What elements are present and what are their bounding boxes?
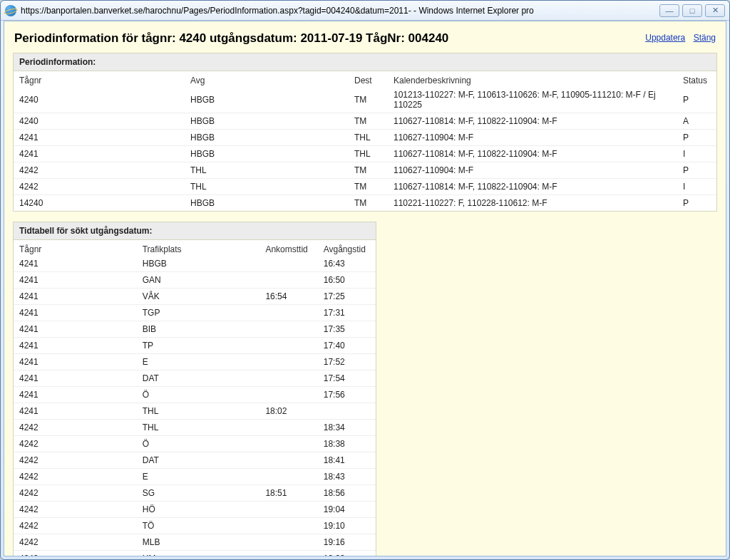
close-button[interactable]: ✕ <box>705 4 725 17</box>
cell-status: P <box>677 130 716 146</box>
cell-avg: HBGB <box>185 113 349 130</box>
content-area: Periodinformation för tågnr: 4240 utgång… <box>4 21 726 556</box>
col-tt-ankomst: Ankomsttid <box>259 240 317 256</box>
cell-avgang: 17:31 <box>318 305 376 321</box>
cell-trafikplats: DAT <box>137 452 260 469</box>
cell-avg: HBGB <box>185 146 349 162</box>
cell-ankomst <box>259 551 317 556</box>
col-dest: Dest <box>349 71 388 87</box>
table-row: 4241Ö17:56 <box>14 387 376 403</box>
cell-status: P <box>677 162 716 179</box>
cell-tagnr: 4241 <box>14 403 137 420</box>
col-kalender: Kalenderbeskrivning <box>388 71 677 87</box>
cell-tagnr: 4240 <box>14 87 185 113</box>
cell-avgang: 19:16 <box>318 534 376 551</box>
cell-trafikplats: DAT <box>137 370 260 387</box>
cell-dest: TM <box>349 195 388 212</box>
col-tt-tagnr: Tågnr <box>14 240 137 256</box>
table-row: 4241THL18:02 <box>14 403 376 420</box>
cell-tagnr: 4242 <box>14 502 137 518</box>
minimize-button[interactable]: — <box>659 4 679 17</box>
cell-tagnr: 4242 <box>14 551 137 556</box>
cell-dest: TM <box>349 87 388 113</box>
cell-status: A <box>677 113 716 130</box>
cell-dest: TM <box>349 179 388 195</box>
cell-ankomst <box>259 534 317 551</box>
maximize-button[interactable]: □ <box>682 4 702 17</box>
col-tt-trafikplats: Trafikplats <box>137 240 260 256</box>
cell-dest: TM <box>349 113 388 130</box>
cell-tagnr: 4241 <box>14 354 137 370</box>
cell-trafikplats: HM <box>137 551 260 556</box>
table-row: 4242Ö18:38 <box>14 436 376 452</box>
cell-dest: THL <box>349 130 388 146</box>
stang-link[interactable]: Stäng <box>694 33 716 43</box>
cell-status: I <box>677 179 716 195</box>
cell-ankomst: 16:54 <box>259 289 317 305</box>
cell-tagnr: 4242 <box>14 420 137 436</box>
periodinformation-panel: Periodinformation: Tågnr Avg Dest Kalend… <box>13 53 717 212</box>
col-status: Status <box>677 71 716 87</box>
cell-ankomst <box>259 305 317 321</box>
table-row: 4240HBGBTM110627-110814: M-F, 110822-110… <box>14 113 716 130</box>
window-controls: — □ ✕ <box>659 4 725 17</box>
cell-kalender: 110627-110814: M-F, 110822-110904: M-F <box>388 113 677 130</box>
cell-kalender: 110627-110814: M-F, 110822-110904: M-F <box>388 179 677 195</box>
cell-ankomst <box>259 420 317 436</box>
page-scroll[interactable]: Periodinformation för tågnr: 4240 utgång… <box>4 21 726 556</box>
cell-avg: HBGB <box>185 130 349 146</box>
cell-trafikplats: E <box>137 469 260 485</box>
cell-kalender: 101213-110227: M-F, 110613-110626: M-F, … <box>388 87 677 113</box>
cell-tagnr: 4242 <box>14 162 185 179</box>
cell-kalender: 110627-110904: M-F <box>388 162 677 179</box>
cell-avgang: 16:43 <box>318 256 376 272</box>
cell-tagnr: 4242 <box>14 518 137 534</box>
cell-trafikplats: TP <box>137 338 260 354</box>
cell-trafikplats: VÅK <box>137 289 260 305</box>
cell-ankomst <box>259 436 317 452</box>
cell-tagnr: 4241 <box>14 256 137 272</box>
cell-avgang: 19:10 <box>318 518 376 534</box>
cell-ankomst <box>259 452 317 469</box>
page: Periodinformation för tågnr: 4240 utgång… <box>4 21 726 556</box>
table-row: 4241HBGBTHL110627-110814: M-F, 110822-11… <box>14 146 716 162</box>
cell-trafikplats: BIB <box>137 321 260 338</box>
cell-tagnr: 4241 <box>14 272 137 289</box>
cell-ankomst <box>259 321 317 338</box>
cell-trafikplats: HBGB <box>137 256 260 272</box>
cell-tagnr: 4241 <box>14 305 137 321</box>
cell-tagnr: 4240 <box>14 113 185 130</box>
table-row: 4241TGP17:31 <box>14 305 376 321</box>
cell-trafikplats: TGP <box>137 305 260 321</box>
cell-avgang: 19:04 <box>318 502 376 518</box>
cell-kalender: 110627-110904: M-F <box>388 130 677 146</box>
table-row: 4241TP17:40 <box>14 338 376 354</box>
table-row: 4242HM19:22 <box>14 551 376 556</box>
cell-avgang: 17:54 <box>318 370 376 387</box>
cell-dest: THL <box>349 146 388 162</box>
header-links: Uppdatera Stäng <box>639 31 716 43</box>
cell-ankomst <box>259 354 317 370</box>
table-row: 4242THLTM110627-110904: M-FP <box>14 162 716 179</box>
table-row: 4241BIB17:35 <box>14 321 376 338</box>
table-row: 4242SG18:5118:56 <box>14 485 376 502</box>
table-row: 4242MLB19:16 <box>14 534 376 551</box>
tidtabell-table: Tågnr Trafikplats Ankomsttid Avgångstid … <box>14 240 376 556</box>
uppdatera-link[interactable]: Uppdatera <box>645 33 685 43</box>
table-row: 4242THL18:34 <box>14 420 376 436</box>
cell-ankomst <box>259 338 317 354</box>
cell-trafikplats: Ö <box>137 387 260 403</box>
cell-ankomst <box>259 272 317 289</box>
cell-trafikplats: Ö <box>137 436 260 452</box>
cell-status: P <box>677 87 716 113</box>
cell-avg: HBGB <box>185 195 349 212</box>
cell-ankomst <box>259 370 317 387</box>
cell-tagnr: 4241 <box>14 130 185 146</box>
table-row: 4242HÖ19:04 <box>14 502 376 518</box>
cell-tagnr: 4242 <box>14 179 185 195</box>
cell-trafikplats: TÖ <box>137 518 260 534</box>
cell-avgang: 18:56 <box>318 485 376 502</box>
cell-avgang: 18:38 <box>318 436 376 452</box>
table-row: 4242DAT18:41 <box>14 452 376 469</box>
cell-trafikplats: HÖ <box>137 502 260 518</box>
